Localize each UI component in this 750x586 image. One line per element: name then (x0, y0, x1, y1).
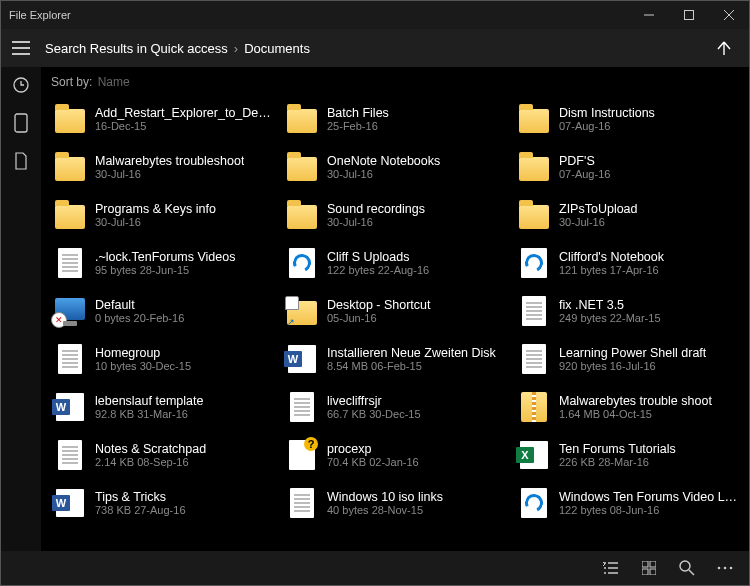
file-item[interactable]: Notes & Scratchpad2.14 KB 08-Sep-16 (49, 431, 281, 479)
file-meta: 122 bytes 08-Jun-16 (559, 504, 739, 516)
file-meta: 249 bytes 22-Mar-15 (559, 312, 661, 324)
file-name: Dism Instructions (559, 106, 655, 120)
file-meta: 30-Jul-16 (327, 216, 425, 228)
folder-icon (285, 198, 319, 232)
view-tiles-icon[interactable] (631, 553, 667, 583)
file-item[interactable]: Homegroup10 bytes 30-Dec-15 (49, 335, 281, 383)
file-grid: Add_Restart_Explorer_to_Desktop16-Dec-15… (49, 95, 749, 527)
edge-icon (285, 246, 319, 280)
select-mode-icon[interactable] (593, 553, 629, 583)
file-item[interactable]: Windows 10 iso links40 bytes 28-Nov-15 (281, 479, 513, 527)
file-name: Clifford's Notebook (559, 250, 664, 264)
file-meta: 07-Aug-16 (559, 168, 610, 180)
file-item[interactable]: Learning Power Shell draft920 bytes 16-J… (513, 335, 745, 383)
file-name: Programs & Keys info (95, 202, 216, 216)
file-item[interactable]: Clifford's Notebook121 bytes 17-Apr-16 (513, 239, 745, 287)
file-item[interactable]: Desktop - Shortcut05-Jun-16 (281, 287, 513, 335)
file-meta: 70.4 KB 02-Jan-16 (327, 456, 419, 468)
breadcrumb[interactable]: Search Results in Quick access › Documen… (41, 41, 709, 56)
word-icon (285, 342, 319, 376)
folder-icon (53, 102, 87, 136)
recent-icon[interactable] (9, 73, 33, 97)
sort-value[interactable]: Name (98, 75, 130, 89)
file-meta: 226 KB 28-Mar-16 (559, 456, 676, 468)
minimize-button[interactable] (629, 1, 669, 29)
sort-bar[interactable]: Sort by: Name (49, 75, 749, 95)
file-meta: 10 bytes 30-Dec-15 (95, 360, 191, 372)
file-name: OneNote Notebooks (327, 154, 440, 168)
file-item[interactable]: Malwarebytes trouble shoot1.64 MB 04-Oct… (513, 383, 745, 431)
file-item[interactable]: procexp70.4 KB 02-Jan-16 (281, 431, 513, 479)
file-name: .~lock.TenForums Videos (95, 250, 235, 264)
file-name: Homegroup (95, 346, 191, 360)
file-item[interactable]: lebenslauf template92.8 KB 31-Mar-16 (49, 383, 281, 431)
file-item[interactable]: Programs & Keys info30-Jul-16 (49, 191, 281, 239)
statusbar (1, 551, 749, 585)
doc-icon (517, 294, 551, 328)
more-icon[interactable] (707, 553, 743, 583)
edge-icon (517, 486, 551, 520)
close-button[interactable] (709, 1, 749, 29)
doc-icon (285, 390, 319, 424)
word-icon (53, 486, 87, 520)
edge-icon (517, 246, 551, 280)
file-item[interactable]: Batch Files25-Feb-16 (281, 95, 513, 143)
file-name: Windows Ten Forums Video Listing (559, 490, 739, 504)
breadcrumb-current[interactable]: Documents (244, 41, 310, 56)
svg-rect-9 (642, 561, 648, 567)
zip-icon (517, 390, 551, 424)
file-name: fix .NET 3.5 (559, 298, 661, 312)
up-button[interactable] (709, 29, 739, 67)
document-icon[interactable] (9, 149, 33, 173)
file-name: ZIPsToUpload (559, 202, 638, 216)
hamburger-menu-icon[interactable] (1, 29, 41, 67)
folder-icon (285, 150, 319, 184)
doc-icon (517, 342, 551, 376)
file-meta: 30-Jul-16 (95, 216, 216, 228)
file-item[interactable]: fix .NET 3.5249 bytes 22-Mar-15 (513, 287, 745, 335)
file-name: Batch Files (327, 106, 389, 120)
file-item[interactable]: Dism Instructions07-Aug-16 (513, 95, 745, 143)
file-item[interactable]: Tips & Tricks738 KB 27-Aug-16 (49, 479, 281, 527)
file-name: PDF'S (559, 154, 610, 168)
file-item[interactable]: Installieren Neue Zweiten Disk8.54 MB 06… (281, 335, 513, 383)
file-item[interactable]: Default0 bytes 20-Feb-16 (49, 287, 281, 335)
file-name: Notes & Scratchpad (95, 442, 206, 456)
file-name: lebenslauf template (95, 394, 203, 408)
word-icon (53, 390, 87, 424)
svg-rect-1 (685, 11, 694, 20)
file-item[interactable]: livecliffrsjr66.7 KB 30-Dec-15 (281, 383, 513, 431)
file-name: Add_Restart_Explorer_to_Desktop (95, 106, 275, 120)
search-icon[interactable] (669, 553, 705, 583)
file-item[interactable]: Sound recordings30-Jul-16 (281, 191, 513, 239)
svg-point-15 (718, 567, 721, 570)
folder-icon (53, 198, 87, 232)
breadcrumb-root[interactable]: Search Results in Quick access (45, 41, 228, 56)
file-item[interactable]: Windows Ten Forums Video Listing122 byte… (513, 479, 745, 527)
file-meta: 05-Jun-16 (327, 312, 431, 324)
titlebar: File Explorer (1, 1, 749, 29)
file-meta: 92.8 KB 31-Mar-16 (95, 408, 203, 420)
main-content: Sort by: Name Add_Restart_Explorer_to_De… (41, 67, 749, 553)
svg-rect-8 (15, 114, 27, 132)
folder-icon (517, 198, 551, 232)
maximize-button[interactable] (669, 1, 709, 29)
file-item[interactable]: Malwarebytes troubleshoot30-Jul-16 (49, 143, 281, 191)
file-item[interactable]: .~lock.TenForums Videos95 bytes 28-Jun-1… (49, 239, 281, 287)
file-item[interactable]: Ten Forums Tutorials226 KB 28-Mar-16 (513, 431, 745, 479)
sidebar (1, 67, 41, 553)
file-item[interactable]: Add_Restart_Explorer_to_Desktop16-Dec-15 (49, 95, 281, 143)
device-icon[interactable] (9, 111, 33, 135)
file-name: Default (95, 298, 184, 312)
doc-icon (53, 246, 87, 280)
file-item[interactable]: OneNote Notebooks30-Jul-16 (281, 143, 513, 191)
file-meta: 2.14 KB 08-Sep-16 (95, 456, 206, 468)
file-item[interactable]: Cliff S Uploads122 bytes 22-Aug-16 (281, 239, 513, 287)
file-meta: 40 bytes 28-Nov-15 (327, 504, 443, 516)
file-item[interactable]: PDF'S07-Aug-16 (513, 143, 745, 191)
doc-icon (53, 342, 87, 376)
file-meta: 07-Aug-16 (559, 120, 655, 132)
file-name: Ten Forums Tutorials (559, 442, 676, 456)
file-item[interactable]: ZIPsToUpload30-Jul-16 (513, 191, 745, 239)
file-meta: 8.54 MB 06-Feb-15 (327, 360, 496, 372)
